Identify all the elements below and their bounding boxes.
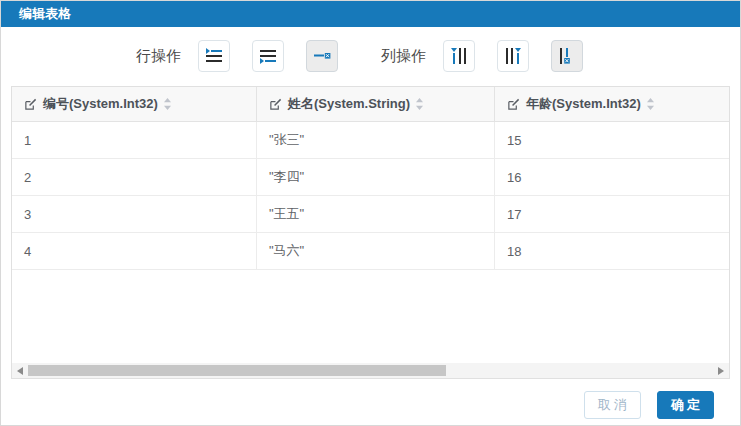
grid-header-row: 编号(System.Int32) 姓名(System.String): [12, 87, 729, 122]
delete-col-icon: [558, 47, 576, 65]
cell[interactable]: 17: [495, 196, 729, 232]
ok-button[interactable]: 确定: [657, 391, 714, 419]
cell[interactable]: "王五": [257, 196, 495, 232]
column-header-name[interactable]: 姓名(System.String): [257, 87, 495, 121]
insert-col-left-button[interactable]: [443, 40, 475, 72]
cell[interactable]: 1: [12, 122, 257, 158]
cell[interactable]: 18: [495, 233, 729, 269]
cell[interactable]: 15: [495, 122, 729, 158]
insert-col-right-icon: [504, 47, 522, 65]
insert-row-above-button[interactable]: [198, 40, 230, 72]
table-row: 4 "马六" 18: [12, 233, 729, 270]
edit-column-icon[interactable]: [24, 98, 37, 111]
scroll-left-arrow[interactable]: [12, 363, 28, 378]
dialog-title: 编辑表格: [1, 1, 740, 27]
delete-row-button[interactable]: [306, 40, 338, 72]
sort-icon[interactable]: [163, 97, 172, 111]
sort-icon[interactable]: [646, 97, 655, 111]
data-grid: 编号(System.Int32) 姓名(System.String): [11, 86, 730, 379]
table-row: 3 "王五" 17: [12, 196, 729, 233]
cell[interactable]: 2: [12, 159, 257, 195]
table-row: 2 "李四" 16: [12, 159, 729, 196]
scroll-right-arrow[interactable]: [713, 363, 729, 378]
dialog-footer: 取消 确定: [1, 379, 740, 419]
edit-table-dialog: 编辑表格 行操作: [0, 0, 741, 426]
insert-row-below-icon: [259, 47, 277, 65]
scrollbar-track[interactable]: [28, 363, 713, 378]
cell[interactable]: "张三": [257, 122, 495, 158]
horizontal-scrollbar[interactable]: [12, 363, 729, 378]
cell[interactable]: 3: [12, 196, 257, 232]
cell[interactable]: "李四": [257, 159, 495, 195]
column-header-age[interactable]: 年龄(System.Int32): [495, 87, 729, 121]
column-label: 编号(System.Int32): [43, 95, 158, 113]
delete-row-icon: [313, 47, 331, 65]
table-row: 1 "张三" 15: [12, 122, 729, 159]
insert-row-above-icon: [205, 47, 223, 65]
col-ops-label: 列操作: [381, 47, 426, 66]
left-triangle-icon: [17, 367, 23, 375]
row-ops-label: 行操作: [136, 47, 181, 66]
cell[interactable]: "马六": [257, 233, 495, 269]
delete-col-button[interactable]: [551, 40, 583, 72]
toolbar: 行操作 列操作: [1, 39, 740, 73]
insert-row-below-button[interactable]: [252, 40, 284, 72]
column-label: 年龄(System.Int32): [526, 95, 641, 113]
cancel-button[interactable]: 取消: [584, 391, 641, 419]
insert-col-right-button[interactable]: [497, 40, 529, 72]
insert-col-left-icon: [450, 47, 468, 65]
cell[interactable]: 4: [12, 233, 257, 269]
scrollbar-thumb[interactable]: [28, 365, 446, 376]
sort-icon[interactable]: [415, 97, 424, 111]
column-header-id[interactable]: 编号(System.Int32): [12, 87, 257, 121]
cell[interactable]: 16: [495, 159, 729, 195]
edit-column-icon[interactable]: [269, 98, 282, 111]
empty-grid-area: [12, 270, 729, 363]
right-triangle-icon: [718, 367, 724, 375]
edit-column-icon[interactable]: [507, 98, 520, 111]
column-label: 姓名(System.String): [288, 95, 410, 113]
